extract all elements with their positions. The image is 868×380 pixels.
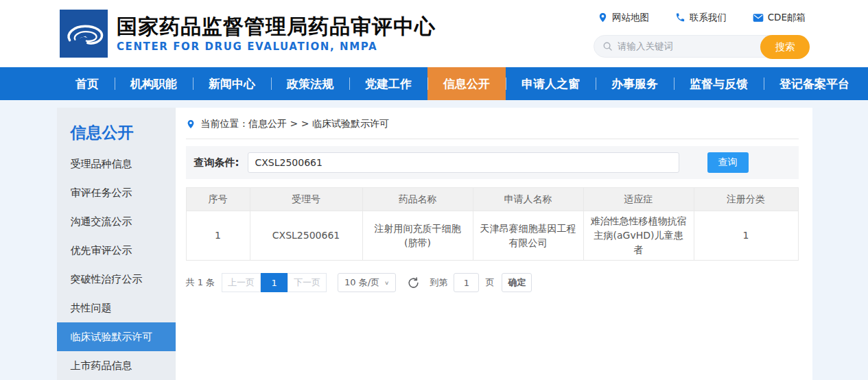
sidebar-item-priority-review[interactable]: 优先审评公示 [57, 236, 176, 265]
contact-label: 联系我们 [690, 12, 727, 24]
chevron-down-icon: ∨ [384, 280, 389, 286]
breadcrumb: 当前位置 : 信息公开 > > 临床试验默示许可 [186, 108, 799, 139]
page-size-value: 10 条/页 [344, 276, 379, 289]
cde-logo-icon [60, 10, 108, 58]
cde-logo [60, 10, 108, 58]
goto-page-input[interactable] [454, 273, 479, 292]
table-header-row: 序号 受理号 药品名称 申请人名称 适应症 注册分类 [186, 188, 798, 211]
nav-item-info-disclosure[interactable]: 信息公开 [427, 67, 506, 100]
col-header-applicant: 申请人名称 [473, 188, 583, 211]
brand-text: 国家药品监督管理局药品审评中心 CENTER FOR DRUG EVALUATI… [117, 15, 436, 53]
cell-indication: 难治性急性移植物抗宿主病(aGvHD)儿童患者 [583, 211, 694, 261]
cell-drug-name: 注射用间充质干细胞(脐带) [362, 211, 473, 261]
col-header-registration-class: 注册分类 [694, 188, 798, 211]
cell-acceptance-no: CXSL2500661 [250, 211, 362, 261]
page-size-select[interactable]: 10 条/页 ∨ [338, 273, 396, 292]
sidebar-item-accepted-products[interactable]: 受理品种信息 [57, 150, 176, 178]
sitemap-link[interactable]: 网站地图 [598, 12, 649, 24]
cell-applicant: 天津昂赛细胞基因工程有限公司 [473, 211, 583, 261]
prev-page-button[interactable]: 上一页 [222, 273, 261, 292]
nav-item-supervision[interactable]: 监督与反馈 [674, 67, 764, 100]
contact-link[interactable]: 联系我们 [675, 12, 727, 24]
page-background: 信息公开 受理品种信息 审评任务公示 沟通交流公示 优先审评公示 突破性治疗公示… [0, 100, 868, 380]
content-wrapper: 信息公开 受理品种信息 审评任务公示 沟通交流公示 优先审评公示 突破性治疗公示… [57, 108, 812, 380]
page-number-1[interactable]: 1 [261, 273, 288, 292]
refresh-button[interactable] [408, 277, 419, 289]
map-pin-icon [598, 12, 608, 23]
site-search-bar: 搜索 [594, 35, 810, 58]
site-search-button[interactable]: 搜索 [760, 35, 810, 59]
query-button[interactable]: 查询 [707, 152, 749, 173]
site-subtitle: CENTER FOR DRUG EVALUATION, NMPA [117, 40, 436, 53]
site-header: 国家药品监督管理局药品审评中心 CENTER FOR DRUG EVALUATI… [0, 0, 868, 67]
sitemap-label: 网站地图 [612, 12, 649, 24]
query-label: 查询条件: [194, 156, 239, 169]
pagination: 共 1 条 上一页 1 下一页 10 条/页 ∨ 到第 [186, 273, 799, 292]
header-right: 网站地图 联系我们 CDE邮箱 搜索 [594, 10, 810, 58]
sidebar-item-breakthrough-therapy[interactable]: 突破性治疗公示 [57, 265, 176, 294]
confirm-button[interactable]: 确定 [502, 273, 532, 292]
nav-item-applicant-window[interactable]: 申请人之窗 [506, 67, 596, 100]
col-header-indication: 适应症 [583, 188, 694, 211]
sidebar-item-communication[interactable]: 沟通交流公示 [57, 207, 176, 236]
sidebar-item-marketed-drugs[interactable]: 上市药品信息 [57, 351, 176, 380]
nav-item-policies[interactable]: 政策法规 [271, 67, 349, 100]
refresh-icon [408, 277, 419, 289]
sidebar-title: 信息公开 [57, 108, 176, 150]
nav-item-functions[interactable]: 机构职能 [115, 67, 193, 100]
main-content: 当前位置 : 信息公开 > > 临床试验默示许可 查询条件: 查询 序号 受理号… [176, 108, 812, 380]
location-pin-icon [186, 119, 196, 129]
query-input[interactable] [248, 152, 679, 173]
nav-item-services[interactable]: 办事服务 [596, 67, 674, 100]
site-title: 国家药品监督管理局药品审评中心 [117, 15, 436, 38]
col-header-drug-name: 药品名称 [362, 188, 473, 211]
sidebar-item-common-issues[interactable]: 共性问题 [57, 294, 176, 322]
goto-page-label: 到第 [430, 276, 447, 289]
brand: 国家药品监督管理局药品审评中心 CENTER FOR DRUG EVALUATI… [60, 10, 436, 58]
pagination-total: 共 1 条 [186, 276, 215, 289]
results-table: 序号 受理号 药品名称 申请人名称 适应症 注册分类 1 CXSL2500661… [186, 187, 799, 261]
pager-group: 上一页 1 下一页 [222, 273, 327, 292]
next-page-button[interactable]: 下一页 [288, 273, 327, 292]
cell-seq: 1 [186, 211, 250, 261]
nav-item-registration-platform[interactable]: 登记备案平台 [764, 67, 865, 100]
goto-page-suffix: 页 [485, 276, 494, 289]
cde-mail-label: CDE邮箱 [768, 12, 806, 24]
sidebar: 信息公开 受理品种信息 审评任务公示 沟通交流公示 优先审评公示 突破性治疗公示… [57, 108, 176, 380]
col-header-seq: 序号 [186, 188, 250, 211]
nav-item-news[interactable]: 新闻中心 [193, 67, 271, 100]
query-bar: 查询条件: 查询 [186, 146, 799, 179]
site-search-input[interactable] [618, 40, 758, 51]
table-row: 1 CXSL2500661 注射用间充质干细胞(脐带) 天津昂赛细胞基因工程有限… [186, 211, 798, 261]
sidebar-item-clinical-trial-implied-license[interactable]: 临床试验默示许可 [57, 322, 176, 351]
nav-item-home[interactable]: 首页 [60, 67, 115, 100]
quick-links: 网站地图 联系我们 CDE邮箱 [594, 12, 810, 24]
phone-icon [675, 12, 685, 23]
cell-registration-class: 1 [694, 211, 798, 261]
main-nav: 首页 机构职能 新闻中心 政策法规 党建工作 信息公开 申请人之窗 办事服务 监… [0, 67, 868, 100]
nav-item-party[interactable]: 党建工作 [349, 67, 427, 100]
search-icon [602, 41, 613, 51]
mail-icon [753, 13, 764, 23]
breadcrumb-text: 当前位置 : 信息公开 > > 临床试验默示许可 [201, 118, 389, 130]
col-header-acceptance-no: 受理号 [250, 188, 362, 211]
cde-mail-link[interactable]: CDE邮箱 [753, 12, 806, 24]
sidebar-item-review-tasks[interactable]: 审评任务公示 [57, 178, 176, 207]
